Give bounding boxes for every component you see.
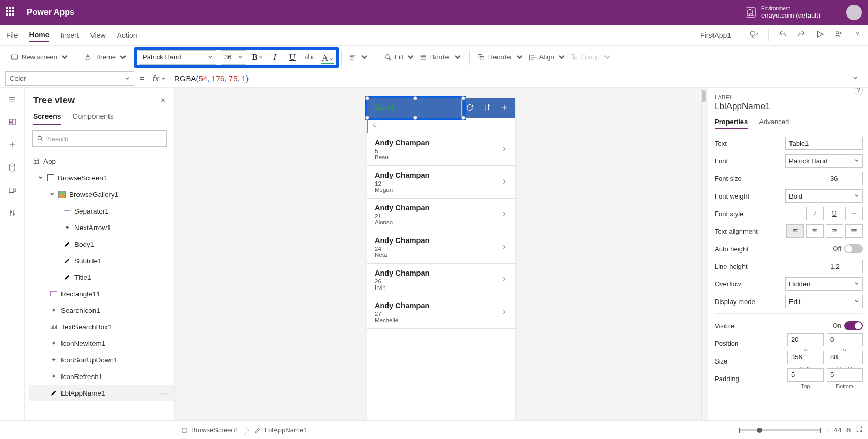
breadcrumb-screen[interactable]: BrowseScreen1 <box>176 424 244 436</box>
tab-components[interactable]: Components <box>72 109 113 125</box>
tree-node-rectangle[interactable]: Rectangle11 <box>29 285 174 302</box>
tree-view-icon[interactable] <box>7 117 18 127</box>
insert-icon[interactable] <box>7 140 18 150</box>
play-icon[interactable] <box>815 29 825 40</box>
tab-advanced[interactable]: Advanced <box>759 116 789 129</box>
formula-input[interactable]: RGBA(54, 176, 75, 1) <box>169 74 853 83</box>
strike-toggle[interactable] <box>845 207 863 220</box>
environment-picker[interactable]: Environment enayu.com (default) <box>746 6 820 19</box>
tab-properties[interactable]: Properties <box>715 116 748 129</box>
tree-node-title1[interactable]: Title1 <box>29 269 174 285</box>
visible-toggle[interactable] <box>844 321 863 330</box>
tree-node-app[interactable]: App <box>29 153 174 170</box>
align-justify-button[interactable] <box>845 224 863 238</box>
more-icon[interactable]: ··· <box>160 389 169 397</box>
property-selector[interactable]: Color <box>5 71 134 86</box>
align-button[interactable]: Align <box>528 53 566 62</box>
fx-icon[interactable]: fx <box>150 74 169 83</box>
prop-text-input[interactable]: Table1 <box>785 137 863 150</box>
menu-action[interactable]: Action <box>117 29 137 41</box>
chevron-right-icon[interactable] <box>501 308 508 317</box>
help-icon[interactable] <box>853 29 862 40</box>
zoom-out-button[interactable]: − <box>731 426 735 434</box>
label-text[interactable]: Table1 <box>374 103 395 112</box>
media-icon[interactable] <box>7 185 18 195</box>
advanced-tools-icon[interactable] <box>7 208 18 218</box>
list-item[interactable]: Andy Champan12Megan <box>367 166 515 199</box>
prop-displaymode-select[interactable]: Edit <box>785 295 863 308</box>
sort-icon[interactable] <box>483 103 491 113</box>
fill-button[interactable]: Fill <box>383 53 415 62</box>
prop-font-select[interactable]: Patrick Hand <box>785 154 863 168</box>
menu-insert[interactable]: Insert <box>60 29 79 41</box>
hamburger-icon[interactable] <box>7 94 18 104</box>
chevron-right-icon[interactable] <box>501 243 508 252</box>
zoom-slider[interactable] <box>739 429 822 431</box>
tree-node-separator[interactable]: Separator1 <box>29 203 174 219</box>
expand-formula-icon[interactable] <box>853 74 863 82</box>
tree-node-subtitle[interactable]: Subtitle1 <box>29 252 174 269</box>
tree-search-input[interactable]: Search <box>32 130 167 147</box>
list-item[interactable]: Andy Champan24Neta <box>367 231 515 264</box>
new-screen-button[interactable]: New screen <box>10 53 69 62</box>
prop-overflow-select[interactable]: Hidden <box>785 277 863 291</box>
tree-node-body[interactable]: Body1 <box>29 236 174 252</box>
list-item[interactable]: Andy Champan21Alonso <box>367 199 515 231</box>
tree-node-newitem[interactable]: ✦IconNewItem1 <box>29 335 174 352</box>
prop-lineheight-input[interactable]: 1.2 <box>827 260 863 273</box>
underline-toggle[interactable]: U <box>826 207 843 220</box>
menu-file[interactable]: File <box>6 29 18 41</box>
app-checker-icon[interactable] <box>750 29 759 40</box>
data-icon[interactable] <box>7 162 18 173</box>
waffle-icon[interactable] <box>6 7 17 18</box>
prop-pad-bottom[interactable]: 5 <box>827 368 863 382</box>
user-avatar[interactable] <box>846 5 862 20</box>
underline-button[interactable]: U <box>286 51 299 64</box>
list-item[interactable]: Andy Champan26Irvin <box>367 264 515 296</box>
align-left-button[interactable] <box>786 224 804 238</box>
chevron-right-icon[interactable] <box>501 145 508 154</box>
tree-node-searchicon[interactable]: ✦SearchIcon1 <box>29 302 174 319</box>
selection-outline[interactable]: Table1 <box>365 96 466 120</box>
tree-node-nextarrow[interactable]: ✦NextArrow1 <box>29 219 174 236</box>
refresh-icon[interactable] <box>466 103 474 113</box>
tree-node-refresh[interactable]: ✦IconRefresh1 <box>29 368 174 385</box>
italic-toggle[interactable]: / <box>806 207 824 220</box>
canvas[interactable]: Table1 Search items Andy Champan5Beau An… <box>175 88 708 420</box>
prop-pad-top[interactable]: 5 <box>787 368 824 382</box>
align-text-button[interactable] <box>349 53 368 62</box>
theme-button[interactable]: Theme <box>84 53 127 62</box>
list-item[interactable]: Andy Champan5Beau <box>367 133 515 166</box>
font-size-selector[interactable]: 36 <box>221 50 246 65</box>
italic-button[interactable]: I <box>268 51 282 64</box>
close-tree-icon[interactable]: ✕ <box>160 97 166 104</box>
tree-node-browsescreen[interactable]: BrowseScreen1 <box>29 170 174 186</box>
tree-node-textsearchbox[interactable]: ablTextSearchBox1 <box>29 319 174 335</box>
prop-width[interactable]: 356 <box>787 351 824 364</box>
reorder-button[interactable]: Reorder <box>477 53 524 62</box>
canvas-scrollbar[interactable] <box>700 88 708 420</box>
align-right-button[interactable] <box>826 224 843 238</box>
border-button[interactable]: Border <box>419 53 462 62</box>
tree-node-sort[interactable]: ✦IconSortUpDown1 <box>29 352 174 368</box>
prop-pos-y[interactable]: 0 <box>827 333 863 346</box>
prop-pos-x[interactable]: 20 <box>787 333 824 346</box>
font-selector[interactable]: Patrick Hand <box>139 50 216 65</box>
font-color-button[interactable]: A <box>321 51 334 64</box>
breadcrumb-element[interactable]: LblAppName1 <box>249 424 312 436</box>
chevron-right-icon[interactable] <box>501 276 508 284</box>
autoheight-toggle[interactable] <box>844 244 863 253</box>
prop-fontweight-select[interactable]: Bold <box>785 189 863 203</box>
list-item[interactable]: Andy Champan27Mechelle <box>367 296 515 329</box>
share-icon[interactable] <box>834 29 843 40</box>
bold-button[interactable]: B <box>251 51 264 64</box>
redo-icon[interactable] <box>797 29 806 40</box>
prop-height[interactable]: 88 <box>827 351 863 364</box>
chevron-right-icon[interactable] <box>501 178 508 187</box>
tab-screens[interactable]: Screens <box>33 109 61 125</box>
menu-home[interactable]: Home <box>29 28 50 42</box>
zoom-in-button[interactable]: + <box>826 426 830 434</box>
tree-node-browsegallery[interactable]: BrowseGallery1 <box>29 186 174 203</box>
undo-icon[interactable] <box>778 29 787 40</box>
tree-node-lblappname[interactable]: LblAppName1··· <box>29 385 174 401</box>
